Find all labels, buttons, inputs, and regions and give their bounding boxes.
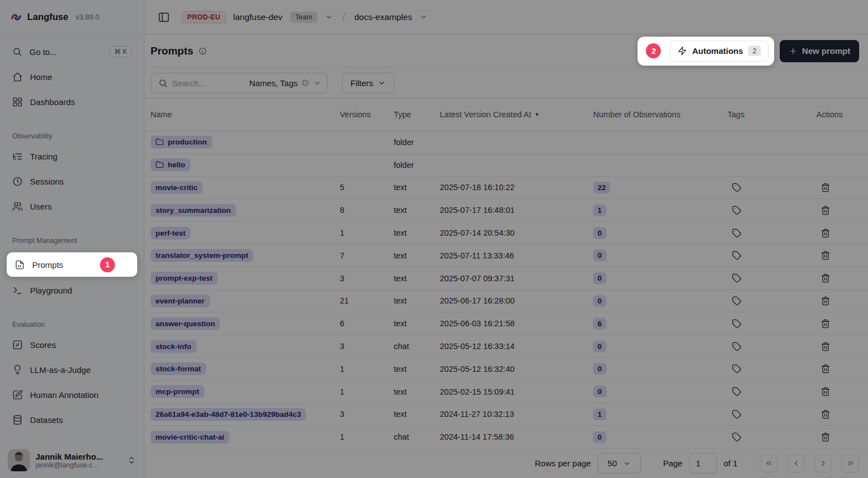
table-row[interactable]: hello folder: [144, 154, 868, 177]
clock-icon: [12, 176, 23, 187]
sidebar-item-prompts[interactable]: Prompts 1: [7, 252, 137, 277]
prompt-name-pill[interactable]: translator_system-prompt: [150, 249, 253, 262]
prompt-name-pill[interactable]: production: [150, 136, 212, 148]
sidebar-item-llm-judge[interactable]: LLM-as-a-Judge: [7, 361, 137, 378]
automations-button[interactable]: Automations 2: [670, 41, 769, 62]
sidebar-item-playground[interactable]: Playground: [7, 282, 137, 298]
first-page-button[interactable]: [760, 455, 777, 472]
tag-button[interactable]: [730, 203, 744, 217]
cell-observations: 0: [593, 386, 727, 397]
prompt-name-pill[interactable]: mcp-prompt: [150, 385, 204, 398]
tag-button[interactable]: [730, 271, 744, 285]
prompt-name-pill[interactable]: hello: [150, 158, 190, 171]
new-prompt-button[interactable]: New prompt: [780, 40, 859, 62]
delete-button[interactable]: [819, 271, 832, 285]
prompt-name-pill[interactable]: stock-format: [150, 362, 206, 375]
section-prompt-management: Prompt Management: [12, 236, 132, 246]
delete-button[interactable]: [819, 430, 832, 444]
table-row[interactable]: stock-info 3 chat 2025-05-12 16:33:14 0: [144, 335, 868, 358]
tag-button[interactable]: [730, 430, 744, 444]
table-row[interactable]: production folder: [144, 131, 868, 154]
tag-button[interactable]: [730, 294, 744, 308]
search-box[interactable]: Names, Tags: [151, 73, 328, 93]
prompt-name-pill[interactable]: 26a61a94-e3ab-48d7-81e0-13b929bad4c3: [150, 408, 306, 421]
cell-created-at: 2025-07-14 20:54:30: [440, 228, 593, 237]
table-row[interactable]: stock-format 1 text 2025-05-12 16:32:40 …: [144, 358, 868, 381]
next-page-button[interactable]: [814, 455, 832, 472]
delete-button[interactable]: [819, 385, 832, 399]
sidebar-item-tracing[interactable]: Tracing: [7, 148, 137, 165]
prompt-name-pill[interactable]: movie-critic: [150, 181, 203, 194]
last-page-button[interactable]: [841, 455, 859, 472]
prompt-name-pill[interactable]: prompt-exp-test: [150, 272, 218, 285]
prompt-name-pill[interactable]: perf-test: [150, 227, 190, 240]
delete-button[interactable]: [819, 317, 832, 331]
sidebar-item-home[interactable]: Home: [7, 68, 137, 85]
search-scope-dropdown[interactable]: Names, Tags: [249, 78, 322, 88]
delete-button[interactable]: [819, 407, 832, 421]
info-icon: [302, 79, 309, 87]
delete-button[interactable]: [819, 294, 832, 308]
chevron-down-icon[interactable]: [419, 13, 428, 21]
delete-button[interactable]: [819, 340, 832, 353]
sidebar-item-sessions[interactable]: Sessions: [7, 173, 137, 190]
sidebar-item-label: Users: [30, 202, 52, 211]
sidebar-item-human-annotation[interactable]: Human Annotation: [7, 386, 137, 403]
table-row[interactable]: translator_system-prompt 7 text 2025-07-…: [144, 245, 868, 267]
delete-button[interactable]: [819, 226, 832, 240]
delete-button[interactable]: [819, 362, 832, 376]
delete-button[interactable]: [819, 181, 832, 195]
tag-icon: [732, 273, 741, 283]
sidebar-item-dashboards[interactable]: Dashboards: [7, 93, 137, 110]
delete-button[interactable]: [819, 203, 832, 217]
prompt-name-pill[interactable]: movie-critic-chat-ai: [150, 431, 229, 444]
cell-tags: [727, 407, 816, 421]
prompt-name-pill[interactable]: event-planner: [150, 295, 210, 307]
table-row[interactable]: event-planner 21 text 2025-06-17 16:28:0…: [144, 290, 868, 313]
observations-badge: 6: [593, 318, 606, 330]
cell-name: movie-critic-chat-ai: [150, 431, 340, 444]
project-name[interactable]: docs-examples: [354, 12, 412, 22]
table-row[interactable]: prompt-exp-test 3 text 2025-07-07 09:37:…: [144, 267, 868, 290]
sidebar-item-goto[interactable]: Go to... ⌘ K: [7, 43, 137, 60]
trash-icon: [821, 364, 830, 374]
user-meta: Jannik Maierho... jannik@langfuse.c...: [36, 452, 103, 469]
tag-button[interactable]: [730, 407, 744, 421]
table-row[interactable]: movie-critic-chat-ai 1 chat 2024-11-14 1…: [144, 426, 868, 449]
delete-button[interactable]: [819, 248, 832, 262]
previous-page-button[interactable]: [787, 455, 805, 472]
tag-button[interactable]: [730, 181, 744, 195]
tag-button[interactable]: [730, 226, 744, 240]
cell-versions: 8: [340, 206, 394, 215]
folder-icon: [155, 161, 164, 169]
cell-observations: 0: [593, 341, 727, 352]
prompt-name-pill[interactable]: answer-question: [150, 317, 220, 330]
prompt-name-pill[interactable]: story_summarization: [150, 204, 236, 217]
table-row[interactable]: story_summarization 8 text 2025-07-17 16…: [144, 199, 868, 222]
page-number-input[interactable]: [689, 453, 717, 474]
filters-button[interactable]: Filters: [342, 73, 394, 93]
user-menu[interactable]: Jannik Maierho... jannik@langfuse.c...: [0, 444, 144, 478]
table-row[interactable]: movie-critic 5 text 2025-07-18 16:10:22 …: [144, 177, 868, 200]
cell-tags: [727, 271, 816, 285]
table-row[interactable]: 26a61a94-e3ab-48d7-81e0-13b929bad4c3 3 t…: [144, 404, 868, 426]
tag-button[interactable]: [730, 248, 744, 262]
sidebar-item-label: Dashboards: [30, 97, 75, 107]
tag-button[interactable]: [730, 385, 744, 399]
chevron-down-icon[interactable]: [325, 13, 333, 21]
sidebar-item-users[interactable]: Users: [7, 198, 137, 215]
table-row[interactable]: mcp-prompt 1 text 2025-02-15 15:09:41 0: [144, 381, 868, 404]
organization-name[interactable]: langfuse-dev: [233, 12, 283, 22]
tag-button[interactable]: [730, 317, 744, 331]
column-header-latest-version[interactable]: Latest Version Created At ▼: [440, 110, 593, 119]
sidebar-item-datasets[interactable]: Datasets: [7, 411, 137, 428]
sidebar-item-scores[interactable]: Scores: [7, 336, 137, 353]
rows-per-page-select[interactable]: 50: [598, 453, 641, 474]
sidebar-toggle-button[interactable]: [158, 11, 170, 23]
table-row[interactable]: answer-question 6 text 2025-06-03 16:21:…: [144, 312, 868, 335]
table-row[interactable]: perf-test 1 text 2025-07-14 20:54:30 0: [144, 222, 868, 245]
search-input[interactable]: [172, 78, 228, 88]
tag-button[interactable]: [730, 362, 744, 376]
tag-button[interactable]: [730, 340, 744, 353]
prompt-name-pill[interactable]: stock-info: [150, 340, 197, 353]
